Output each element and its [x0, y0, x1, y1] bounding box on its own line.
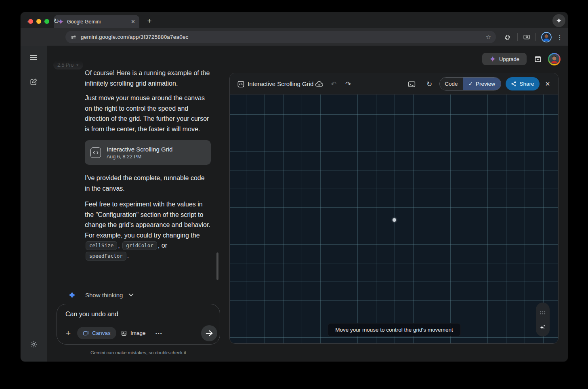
browser-menu-icon[interactable]: ⋮	[554, 32, 565, 43]
paragraph-text: Feel free to experiment with the values …	[85, 201, 210, 239]
assistant-paragraph: Feel free to experiment with the values …	[85, 199, 211, 261]
new-tab-button[interactable]: +	[144, 15, 155, 27]
preview-tab[interactable]: ✓ Preview	[463, 78, 501, 90]
paragraph-text: .	[127, 252, 129, 259]
model-label: 2.5 Pro	[57, 62, 74, 68]
image-icon	[121, 330, 127, 336]
code-chip: cellSize	[86, 241, 117, 250]
image-tool-button[interactable]: Image	[118, 327, 149, 339]
canvas-header: Interactive Scrolling Grid ↶ ↷	[230, 73, 558, 95]
drag-handle-dots-icon[interactable]	[536, 306, 550, 320]
model-selector[interactable]: 2.5 Pro ▼	[53, 60, 83, 69]
cloud-saved-icon	[314, 79, 324, 89]
toolbar-divider	[536, 33, 536, 41]
send-button[interactable]	[201, 325, 217, 341]
upgrade-label: Upgrade	[499, 56, 519, 62]
address-bar[interactable]: gemini.google.com/app/3f3725880a7ea0ec ☆	[65, 31, 496, 43]
artifact-text: Interactive Scrolling Grid Aug 6, 8:22 P…	[107, 146, 172, 160]
tab-title: Google Gemini	[67, 19, 128, 25]
artifact-card[interactable]: Interactive Scrolling Grid Aug 6, 8:22 P…	[85, 140, 211, 165]
prompt-input[interactable]: Can you undo and	[65, 311, 211, 318]
grid-center-dot	[393, 218, 396, 222]
forward-button[interactable]: →	[37, 15, 48, 27]
url-text: gemini.google.com/app/3f3725880a7ea0ec	[81, 34, 482, 40]
canvas-label: Canvas	[92, 330, 111, 336]
gemini-app: Gemini 2.5 Pro ▼ Upgrade	[21, 46, 568, 362]
settings-gear-icon[interactable]	[28, 339, 39, 349]
bookmark-star-icon[interactable]: ☆	[486, 34, 491, 41]
account-avatar[interactable]	[548, 53, 561, 65]
extensions-icon[interactable]	[502, 32, 513, 43]
close-canvas-icon[interactable]: ✕	[542, 79, 553, 89]
upgrade-button[interactable]: Upgrade	[482, 53, 527, 65]
tab-strip-sparkle-button[interactable]	[552, 14, 565, 27]
more-tools-button[interactable]: •••	[152, 327, 166, 339]
browser-profile-avatar[interactable]	[541, 32, 552, 42]
paragraph-text: , or	[158, 242, 167, 249]
artifact-title: Interactive Scrolling Grid	[107, 146, 172, 153]
menu-hamburger-icon[interactable]	[28, 52, 39, 63]
toolbar-divider	[517, 33, 518, 41]
artifact-timestamp: Aug 6, 8:22 PM	[107, 154, 172, 160]
chevron-down-icon	[128, 293, 134, 296]
code-canvas-icon	[90, 147, 101, 158]
screen: Google Gemini ✕ + ← → ↻ gemini.google.co…	[0, 0, 588, 389]
disclaimer-text: Gemini can make mistakes, so double-chec…	[57, 350, 220, 355]
browser-tab[interactable]: Google Gemini ✕	[54, 15, 139, 28]
avatar-image	[549, 54, 559, 64]
code-canvas-icon	[235, 79, 246, 89]
share-button[interactable]: Share	[506, 77, 540, 90]
gemini-sparkle-icon	[68, 291, 76, 299]
grid-hint-tooltip: Move your mouse to control the grid's mo…	[328, 323, 461, 336]
reload-button[interactable]: ↻	[50, 15, 62, 27]
assistant-paragraph: Of course! Here is a running example of …	[85, 68, 211, 88]
side-panel-search-icon[interactable]	[521, 32, 532, 43]
browser-window: Google Gemini ✕ + ← → ↻ gemini.google.co…	[21, 12, 568, 362]
code-tab[interactable]: Code	[440, 78, 463, 90]
gemini-sparkle-icon	[489, 56, 496, 62]
chat-scrollbar-thumb[interactable]	[216, 252, 218, 280]
send-icon	[206, 330, 213, 336]
image-label: Image	[130, 330, 146, 336]
share-label: Share	[519, 81, 534, 87]
undo-icon[interactable]: ↶	[328, 79, 339, 89]
sidebar	[21, 46, 47, 362]
check-icon: ✓	[468, 81, 473, 87]
new-chat-icon[interactable]	[28, 77, 39, 87]
grid-preview[interactable]: Move your mouse to control the grid's mo…	[230, 95, 558, 344]
add-attachment-button[interactable]: +	[62, 327, 75, 340]
code-preview-toggle: Code ✓ Preview	[439, 77, 501, 90]
assistant-paragraph: I've provided the complete, runnable cod…	[85, 173, 211, 193]
ai-sparkle-icon[interactable]	[536, 320, 550, 334]
canvas-panel: Interactive Scrolling Grid ↶ ↷	[229, 73, 559, 344]
site-info-icon[interactable]	[70, 34, 77, 40]
tab-close-icon[interactable]: ✕	[131, 19, 135, 25]
paragraph-text: ,	[118, 242, 120, 249]
code-chip: gridColor	[122, 241, 157, 250]
show-thinking-toggle[interactable]: Show thinking	[68, 290, 134, 300]
share-icon	[511, 81, 517, 87]
canvas-tool-chip[interactable]: Canvas	[77, 327, 116, 339]
code-chip: speedFactor	[86, 252, 126, 261]
canvas-title: Interactive Scrolling Grid	[248, 80, 313, 87]
console-icon[interactable]	[406, 79, 417, 89]
tab-strip: Google Gemini ✕ +	[21, 12, 568, 28]
preview-label: Preview	[476, 81, 495, 87]
chevron-down-icon: ▼	[76, 63, 79, 67]
history-toolbox-icon[interactable]	[533, 54, 543, 64]
refresh-icon[interactable]: ↻	[424, 79, 435, 89]
assistant-paragraph: Just move your mouse around the canvas o…	[85, 93, 211, 134]
canvas-icon	[83, 330, 89, 336]
prompt-composer[interactable]: Can you undo and + Canvas	[57, 304, 220, 345]
redo-icon[interactable]: ↷	[343, 79, 353, 89]
canvas-floating-actions	[536, 303, 550, 336]
app-title: Gemini	[52, 49, 78, 58]
show-thinking-label: Show thinking	[85, 292, 123, 299]
back-button[interactable]: ←	[24, 15, 35, 27]
